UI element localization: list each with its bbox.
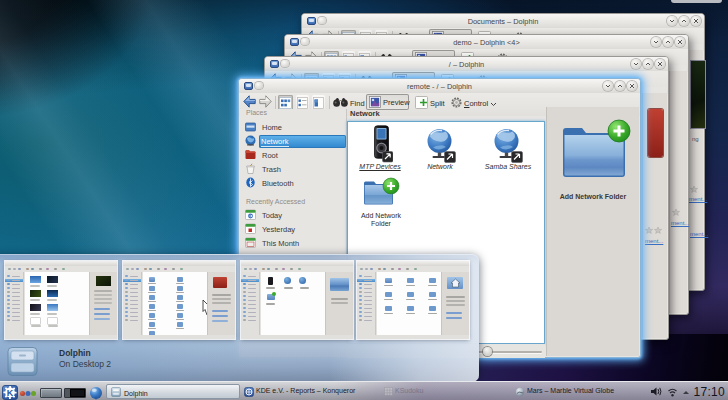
svg-text:K: K [7, 387, 14, 397]
